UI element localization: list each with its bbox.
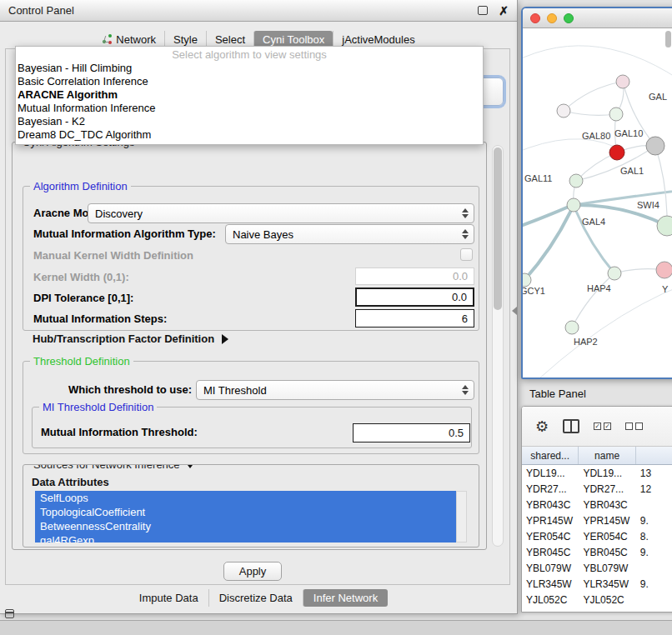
- network-canvas-svg: GALGAL80GAL10GAL11GAL1SWI4GAL4GCY1HAP4HA…: [523, 28, 672, 378]
- network-node[interactable]: [656, 262, 672, 278]
- algorithm-option-mutual-information-inference[interactable]: Mutual Information Inference: [16, 102, 483, 115]
- table-row[interactable]: YER054CYER054C8.: [522, 528, 672, 544]
- table-row[interactable]: YDL19...YDL19...13: [522, 465, 672, 481]
- mi-type-select[interactable]: Naive Bayes: [225, 224, 474, 244]
- network-edge[interactable]: [564, 111, 616, 115]
- tab-discretize-data[interactable]: Discretize Data: [208, 589, 303, 607]
- table-cell: 8.: [636, 531, 672, 542]
- table-row[interactable]: YDR27...YDR27...12: [522, 481, 672, 497]
- tab-label: Cyni Toolbox: [263, 33, 324, 46]
- column-header[interactable]: shared...: [522, 447, 579, 464]
- network-node[interactable]: [657, 216, 672, 236]
- hub-definition-label: Hub/Transcription Factor Definition: [33, 332, 214, 345]
- kernel-width-label: Kernel Width (0,1):: [33, 271, 129, 283]
- control-panel-titlebar[interactable]: Control Panel ✗: [0, 0, 517, 22]
- network-edge[interactable]: [564, 82, 623, 111]
- tab-impute-data[interactable]: Impute Data: [129, 589, 208, 607]
- sources-group: Sources for Network Inference Data Attri…: [23, 464, 479, 548]
- table-row[interactable]: YBR043CYBR043C: [522, 497, 672, 512]
- table-cell: YPR145W: [579, 515, 635, 527]
- stepper-icon: [461, 229, 469, 239]
- table-cell: YDR27...: [579, 483, 635, 495]
- column-header[interactable]: name: [579, 447, 635, 464]
- network-node[interactable]: [569, 174, 583, 188]
- manual-kernel-checkbox[interactable]: [460, 248, 473, 261]
- float-window-icon[interactable]: [478, 6, 488, 15]
- table-row[interactable]: YBL079WYBL079W: [522, 560, 672, 576]
- algorithm-option-aracne-algorithm[interactable]: ARACNE Algorithm: [16, 88, 483, 102]
- select-all-icon[interactable]: ✓ ✓: [594, 422, 611, 430]
- attribute-item-selfloops[interactable]: SelfLoops: [35, 491, 456, 505]
- minimize-traffic-light[interactable]: [547, 13, 557, 23]
- algorithm-option-dream8-dc-tdc-algorithm[interactable]: Dream8 DC_TDC Algorithm: [16, 128, 483, 142]
- settings-gear-icon[interactable]: ⚙: [535, 419, 549, 434]
- column-header[interactable]: [636, 447, 672, 464]
- mi-type-value: Naive Bayes: [233, 228, 293, 241]
- dpi-tolerance-value: 0.0: [452, 291, 467, 303]
- deselect-all-icon[interactable]: [625, 422, 643, 430]
- table-cell: YBR043C: [522, 499, 579, 511]
- network-canvas[interactable]: GALGAL80GAL10GAL11GAL1SWI4GAL4GCY1HAP4HA…: [523, 28, 672, 378]
- attribute-item-topologicalcoefficient[interactable]: TopologicalCoefficient: [35, 505, 456, 519]
- node-label: GAL1: [620, 166, 644, 176]
- attributes-scrollbar[interactable]: [456, 491, 467, 542]
- apply-button[interactable]: Apply: [223, 562, 282, 581]
- mi-steps-field[interactable]: 6: [355, 309, 474, 328]
- attribute-item-gal4rgexp[interactable]: gal4RGexp: [35, 533, 456, 542]
- settings-scrollbar[interactable]: [492, 145, 504, 547]
- table-row[interactable]: YPR145WYPR145W9.: [522, 512, 672, 528]
- hub-definition-toggle[interactable]: Hub/Transcription Factor Definition: [33, 332, 228, 345]
- network-node[interactable]: [609, 108, 623, 121]
- close-traffic-light[interactable]: [530, 13, 540, 23]
- settings-scrollbar-thumb[interactable]: [494, 148, 502, 310]
- algorithm-popup-list: Bayesian - Hill ClimbingBasic Correlatio…: [16, 62, 483, 142]
- algorithm-popup-placeholder: Select algorithm to view settings: [16, 48, 483, 62]
- table-body: YDL19...YDL19...13YDR27...YDR27...12YBR0…: [522, 465, 672, 608]
- network-node[interactable]: [565, 321, 579, 334]
- algorithm-option-bayesian-hill-climbing[interactable]: Bayesian - Hill Climbing: [16, 62, 483, 75]
- network-edge[interactable]: [655, 146, 667, 226]
- bottom-tabbar: Impute DataDiscretize DataInfer Network: [0, 589, 517, 607]
- node-label: GAL11: [524, 173, 552, 183]
- network-window-titlebar[interactable]: [523, 8, 672, 28]
- table-cell: 13: [636, 468, 672, 479]
- minimized-panel-icon[interactable]: [5, 609, 14, 618]
- table-cell: YBR045C: [522, 547, 579, 558]
- network-node[interactable]: [646, 137, 664, 155]
- network-node[interactable]: [616, 75, 629, 88]
- mi-threshold-field[interactable]: 0.5: [353, 423, 470, 442]
- table-row[interactable]: YJL052CYJL052C: [522, 592, 672, 608]
- column-selector-icon[interactable]: [563, 419, 579, 433]
- dpi-tolerance-field[interactable]: 0.0: [355, 288, 474, 307]
- threshold-definition-title: Threshold Definition: [30, 355, 133, 368]
- zoom-traffic-light[interactable]: [564, 13, 574, 23]
- network-node[interactable]: [608, 267, 621, 280]
- network-scrollbar-thumb[interactable]: [665, 31, 671, 48]
- node-label: GCY1: [523, 286, 545, 296]
- which-threshold-select[interactable]: MI Threshold: [196, 380, 474, 400]
- panel-collapse-handle[interactable]: [512, 307, 517, 315]
- network-node[interactable]: [557, 104, 570, 118]
- data-attributes-list[interactable]: SelfLoopsTopologicalCoefficientBetweenne…: [35, 491, 456, 542]
- network-edge[interactable]: [523, 46, 672, 87]
- kernel-width-field[interactable]: 0.0: [355, 268, 474, 285]
- aracne-mode-select[interactable]: Discovery: [88, 203, 474, 223]
- network-edge[interactable]: [523, 139, 614, 153]
- network-node[interactable]: [567, 198, 580, 212]
- tab-infer-network[interactable]: Infer Network: [303, 589, 388, 607]
- network-edge[interactable]: [574, 205, 614, 273]
- manual-kernel-label: Manual Kernel Width Definition: [33, 249, 193, 262]
- network-edge[interactable]: [572, 273, 614, 328]
- algorithm-option-basic-correlation-inference[interactable]: Basic Correlation Inference: [16, 75, 483, 88]
- close-icon[interactable]: ✗: [499, 5, 509, 17]
- table-row[interactable]: YBR045CYBR045C9.: [522, 544, 672, 560]
- network-node[interactable]: [609, 145, 624, 160]
- sources-toggle[interactable]: Sources for Network Inference: [30, 464, 198, 471]
- algorithm-option-bayesian-k2[interactable]: Bayesian - K2: [16, 115, 483, 128]
- attribute-item-betweennesscentrality[interactable]: BetweennessCentrality: [35, 519, 456, 533]
- table-cell: YDR27...: [522, 483, 579, 495]
- table-row[interactable]: YLR345WYLR345W9.: [522, 576, 672, 592]
- network-edge[interactable]: [539, 278, 672, 378]
- table-cell: YLR345W: [522, 578, 579, 590]
- checked-box-icon: ✓: [594, 422, 601, 430]
